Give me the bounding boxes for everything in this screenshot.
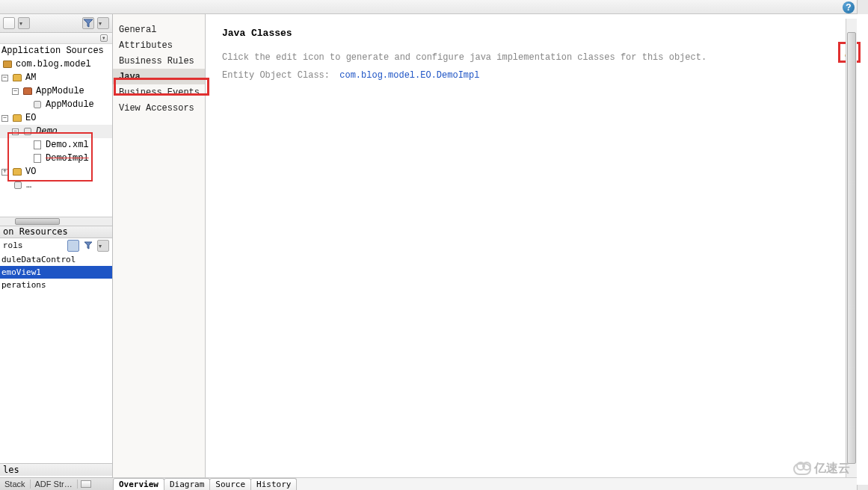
nav-general[interactable]: General [113,22,205,37]
nav-view-accessors[interactable]: View Accessors [113,100,205,116]
package-icon [1,59,13,69]
nav-business-events[interactable]: Business Events [113,84,205,100]
view-menu-icon[interactable] [97,17,109,29]
node-icon [12,180,24,190]
files-header[interactable]: les [0,463,112,476]
top-toolbar [0,0,868,14]
demo-impl-node[interactable]: DemoImpl [0,152,112,165]
minimize-icon[interactable] [81,480,91,488]
resources-header[interactable]: on Resources [0,226,112,238]
project-toolbar [0,14,112,33]
nav-java[interactable]: Java [113,69,205,84]
cloud-icon [793,463,811,475]
tree-label: Demo [36,126,58,137]
tab-adf-structure[interactable]: ADF Str… [31,480,78,489]
dc-item[interactable]: perations [0,279,112,291]
overview-nav: General Attributes Business Rules Java B… [113,14,206,485]
vo-child[interactable]: … [0,179,112,192]
tree-label: … [26,180,31,190]
tree-label: Application Sources [1,46,104,56]
xml-file-icon [31,140,43,150]
node-icon [31,99,43,110]
tab-stack[interactable]: Stack [0,480,31,489]
am-folder[interactable]: − AM [0,71,112,84]
module-icon [22,86,34,96]
controls-label: rols [3,241,22,250]
tree-label: AppModule [46,99,94,110]
app-sources-node[interactable]: Application Sources [0,44,112,58]
entity-icon [22,126,34,137]
filter-dropdown-icon[interactable]: ▾ [100,34,108,42]
nav-attributes[interactable]: Attributes [113,37,205,53]
project-tree[interactable]: Application Sources com.blog.model − AM … [0,44,112,217]
folder-icon [11,113,23,123]
demo-node[interactable]: − Demo [0,125,112,138]
bottom-tabs-left: Stack ADF Str… [0,477,113,490]
appmodule-node[interactable]: − AppModule [0,84,112,98]
nav-business-rules[interactable]: Business Rules [113,53,205,69]
help-button[interactable]: ? [843,1,855,13]
vo-folder[interactable]: + VO [0,165,112,179]
java-file-icon [31,153,43,164]
appmodule-child[interactable]: AppModule [0,98,112,111]
funnel-icon[interactable] [82,17,94,29]
search-icon[interactable] [3,17,15,29]
tab-source[interactable]: Source [209,478,251,490]
tree-label: AppModule [36,86,84,96]
content-pane: Java Classes Click the edit icon to gene… [206,14,868,485]
package-node[interactable]: com.blog.model [0,58,112,71]
editor-tabs: Overview Diagram Source History [113,477,857,490]
editor-vscrollbar[interactable] [846,19,857,477]
entity-class-label: Entity Object Class: [222,70,330,81]
watermark: 亿速云 [793,461,850,477]
view-menu-icon[interactable] [97,240,109,252]
eo-folder[interactable]: − EO [0,111,112,125]
dc-item-selected[interactable]: emoView1 [0,266,112,279]
project-filter-bar: ▾ [0,33,112,44]
datacontrols-toolbar: rols [0,238,112,253]
tree-label: com.blog.model [16,59,91,69]
tree-label: VO [25,167,36,177]
tab-diagram[interactable]: Diagram [164,478,210,490]
tree-label: EO [25,113,36,123]
folder-icon [11,167,23,177]
demo-xml-node[interactable]: Demo.xml [0,138,112,152]
entity-class-row: Entity Object Class: com.blog.model.EO.D… [222,70,852,81]
hint-text: Click the edit icon to generate and conf… [222,52,852,63]
project-panel: ▾ Application Sources com.blog.model − A… [0,14,113,485]
project-menu-icon[interactable] [18,17,30,29]
tree-label: DemoImpl [46,153,89,164]
datacontrols-tree[interactable]: duleDataControl emoView1 perations [0,253,112,291]
folder-icon [11,72,23,83]
funnel-icon[interactable] [84,241,93,250]
tree-label: Demo.xml [46,140,89,150]
tab-overview[interactable]: Overview [113,478,164,490]
tree-hscrollbar[interactable] [0,217,112,226]
page-title: Java Classes [222,28,852,39]
dc-item[interactable]: duleDataControl [0,253,112,266]
tab-history[interactable]: History [250,478,297,490]
entity-class-link[interactable]: com.blog.model.EO.DemoImpl [339,70,479,81]
refresh-icon[interactable] [67,240,79,252]
tree-label: AM [25,72,36,83]
